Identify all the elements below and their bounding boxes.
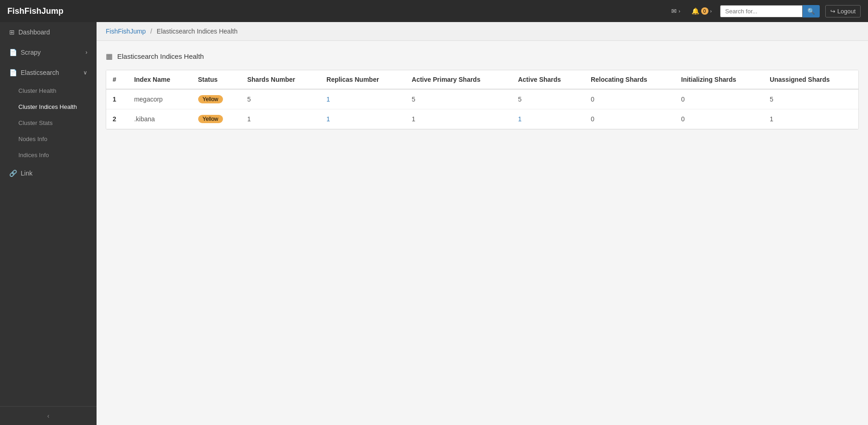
col-shards-number: Shards Number — [241, 70, 320, 89]
sidebar-item-cluster-stats[interactable]: Cluster Stats — [9, 115, 97, 131]
navbar: FishFishJump ✉ › 🔔 0 › 🔍 ↪ Logout — [0, 0, 868, 22]
main-content: FishFishJump / Elasticsearch Indices Hea… — [97, 22, 868, 425]
link-icon: 🔗 — [9, 170, 17, 177]
logout-label: Logout — [837, 8, 856, 15]
cell-relocating-shards: 0 — [584, 109, 675, 129]
sidebar-submenu-elasticsearch: Cluster Health Cluster Indices Health Cl… — [0, 83, 97, 163]
navbar-right: ✉ › 🔔 0 › 🔍 ↪ Logout — [668, 5, 861, 17]
col-initializing-shards: Initializing Shards — [675, 70, 764, 89]
table-body: 1megacorpYellow51550052.kibanaYellow1111… — [106, 89, 858, 129]
breadcrumb-current: Elasticsearch Indices Health — [157, 28, 238, 35]
cluster-stats-label: Cluster Stats — [18, 119, 52, 126]
search-bar: 🔍 — [720, 5, 820, 17]
sidebar-item-scrapy[interactable]: 📄 Scrapy › — [0, 42, 97, 62]
cluster-indices-health-label: Cluster Indices Health — [18, 103, 77, 110]
indices-info-label: Indices Info — [18, 152, 49, 159]
scrapy-icon: 📄 — [9, 49, 17, 56]
table-header-icon: ▦ — [106, 52, 113, 61]
cell-index-name: megacorp — [128, 89, 192, 109]
sidebar-label-elasticsearch: Elasticsearch — [21, 69, 59, 76]
col-num: # — [106, 70, 128, 89]
cell-replicas-number[interactable]: 1 — [320, 89, 405, 109]
search-button[interactable]: 🔍 — [803, 5, 820, 17]
cell-active-shards[interactable]: 1 — [512, 109, 584, 129]
cell-num: 2 — [106, 109, 128, 129]
mail-icon: ✉ — [671, 7, 677, 15]
sidebar-item-cluster-health[interactable]: Cluster Health — [9, 83, 97, 99]
cell-unassigned-shards: 5 — [763, 89, 858, 109]
table-row: 1megacorpYellow5155005 — [106, 89, 858, 109]
page-header: ▦ Elasticsearch Indices Health — [106, 52, 859, 61]
col-relocating-shards: Relocating Shards — [584, 70, 675, 89]
mail-button[interactable]: ✉ › — [668, 6, 683, 17]
breadcrumb-home[interactable]: FishFishJump — [106, 28, 146, 35]
table-head: # Index Name Status Shards Number Replic… — [106, 70, 858, 89]
app-brand: FishFishJump — [7, 6, 668, 16]
cell-index-name: .kibana — [128, 109, 192, 129]
bell-badge: 0 — [701, 7, 708, 15]
sidebar-collapse-button[interactable]: ‹ — [0, 406, 97, 425]
sidebar-item-nodes-info[interactable]: Nodes Info — [9, 131, 97, 147]
mail-chevron: › — [679, 8, 680, 14]
cell-replicas-number[interactable]: 1 — [320, 109, 405, 129]
col-status: Status — [192, 70, 241, 89]
cell-status: Yellow — [192, 109, 241, 129]
status-badge: Yellow — [198, 95, 223, 103]
bell-button[interactable]: 🔔 0 › — [689, 6, 715, 17]
search-icon: 🔍 — [807, 8, 815, 15]
table-row: 2.kibanaYellow1111001 — [106, 109, 858, 129]
cell-status: Yellow — [192, 89, 241, 109]
nodes-info-label: Nodes Info — [18, 136, 47, 142]
collapse-icon: ‹ — [47, 412, 50, 419]
table-header-row: # Index Name Status Shards Number Replic… — [106, 70, 858, 89]
sidebar: ⊞ Dashboard 📄 Scrapy › 📄 Elasticsearch ∨… — [0, 22, 97, 425]
sidebar-item-dashboard[interactable]: ⊞ Dashboard — [0, 22, 97, 42]
page-content: ▦ Elasticsearch Indices Health # Index N… — [97, 41, 868, 141]
cell-shards-number: 1 — [241, 109, 320, 129]
bell-icon: 🔔 — [691, 7, 699, 15]
page-title: Elasticsearch Indices Health — [117, 52, 204, 60]
breadcrumb-separator: / — [150, 28, 152, 35]
col-index-name: Index Name — [128, 70, 192, 89]
sidebar-label-link: Link — [21, 170, 33, 177]
cell-num: 1 — [106, 89, 128, 109]
cell-active-shards: 5 — [512, 89, 584, 109]
col-active-shards: Active Shards — [512, 70, 584, 89]
cell-initializing-shards: 0 — [675, 89, 764, 109]
cell-shards-number: 5 — [241, 89, 320, 109]
col-replicas-number: Replicas Number — [320, 70, 405, 89]
col-active-primary-shards: Active Primary Shards — [405, 70, 512, 89]
search-input[interactable] — [720, 5, 803, 17]
breadcrumb: FishFishJump / Elasticsearch Indices Hea… — [97, 22, 868, 41]
cell-relocating-shards: 0 — [584, 89, 675, 109]
dashboard-icon: ⊞ — [9, 28, 15, 36]
logout-button[interactable]: ↪ Logout — [825, 5, 861, 17]
sidebar-label-scrapy: Scrapy — [21, 49, 41, 56]
cell-active-primary-shards: 1 — [405, 109, 512, 129]
sidebar-item-cluster-indices-health[interactable]: Cluster Indices Health — [9, 99, 97, 115]
col-unassigned-shards: Unassigned Shards — [763, 70, 858, 89]
cell-unassigned-shards: 1 — [763, 109, 858, 129]
status-badge: Yellow — [198, 115, 223, 123]
indices-table: # Index Name Status Shards Number Replic… — [106, 70, 858, 129]
cell-initializing-shards: 0 — [675, 109, 764, 129]
elasticsearch-icon: 📄 — [9, 69, 17, 76]
sidebar-item-elasticsearch[interactable]: 📄 Elasticsearch ∨ — [0, 62, 97, 83]
sidebar-item-link[interactable]: 🔗 Link — [0, 163, 97, 183]
scrapy-chevron-icon: › — [86, 49, 87, 56]
elasticsearch-chevron-icon: ∨ — [83, 69, 87, 76]
cell-active-primary-shards: 5 — [405, 89, 512, 109]
cluster-health-label: Cluster Health — [18, 87, 56, 94]
main-layout: ⊞ Dashboard 📄 Scrapy › 📄 Elasticsearch ∨… — [0, 22, 868, 425]
sidebar-item-indices-info[interactable]: Indices Info — [9, 147, 97, 163]
sidebar-label-dashboard: Dashboard — [18, 28, 50, 36]
indices-table-wrapper: # Index Name Status Shards Number Replic… — [106, 70, 859, 130]
bell-chevron: › — [710, 8, 712, 14]
logout-icon: ↪ — [830, 8, 835, 15]
